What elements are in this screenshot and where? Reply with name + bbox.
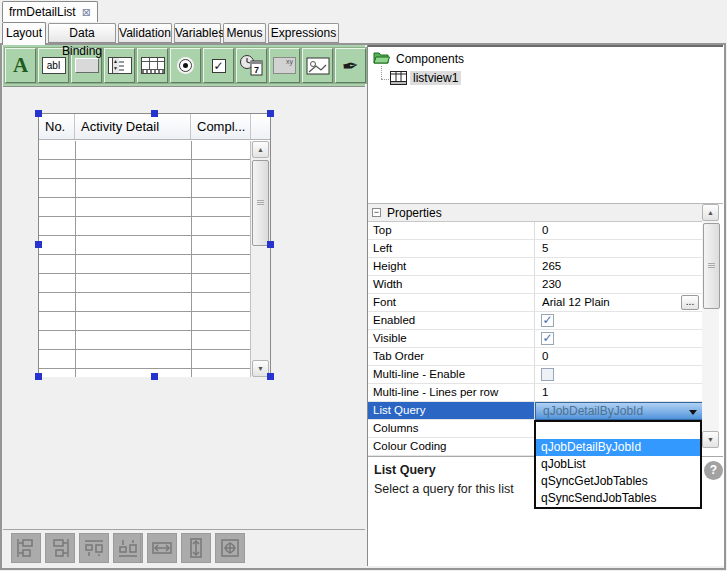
help-title: List Query (374, 463, 436, 477)
dropdown-item-qsyncsendjobtables[interactable]: qSyncSendJobTables (536, 490, 700, 507)
combobox-icon: ▲▼ (108, 57, 132, 74)
panel-icon: xy (273, 57, 296, 74)
tab-layout[interactable]: Layout (2, 22, 46, 45)
canvas-listview-control[interactable]: No. Activity Detail Compl... ▲ ▼ (38, 113, 271, 377)
document-tab[interactable]: frmDetailList ⊠ (2, 1, 98, 22)
tab-validation[interactable]: Validation (118, 23, 172, 43)
checkbox-tool-button[interactable]: ✓ (203, 48, 234, 83)
tree-connector (381, 66, 382, 79)
help-icon[interactable]: ? (704, 461, 723, 480)
datetime-icon: 7 (239, 54, 265, 78)
same-height-button[interactable] (181, 533, 211, 563)
resize-handle-n[interactable] (151, 110, 158, 117)
help-description: Select a query for this list (374, 482, 514, 496)
tree-connector (381, 79, 389, 80)
resize-handle-ne[interactable] (267, 110, 274, 117)
same-size-icon (219, 537, 241, 559)
signature-pen-icon: ✒ (341, 52, 361, 78)
close-tab-icon[interactable]: ⊠ (82, 6, 91, 19)
signature-tool-button[interactable]: ✒ (335, 48, 366, 83)
scroll-up-button[interactable]: ▲ (252, 141, 269, 158)
same-width-button[interactable] (147, 533, 177, 563)
property-row-font[interactable]: Font Arial 12 Plain ... (368, 294, 702, 312)
tab-data-binding[interactable]: Data Binding (48, 23, 116, 43)
resize-handle-w[interactable] (35, 241, 42, 248)
resize-handle-nw[interactable] (35, 110, 42, 117)
form-designer-window: frmDetailList ⊠ Layout Data Binding Vali… (0, 0, 727, 571)
scroll-thumb[interactable] (252, 160, 269, 246)
datetime-tool-button[interactable]: 7 (236, 48, 267, 83)
combobox-tool-button[interactable]: ▲▼ (104, 48, 135, 83)
align-left-button[interactable] (11, 533, 41, 563)
property-row-height[interactable]: Height 265 (368, 258, 702, 276)
resize-handle-e[interactable] (267, 241, 274, 248)
grid-line (191, 141, 192, 377)
document-tab-title: frmDetailList (9, 5, 78, 19)
listview-tree-icon (390, 71, 407, 85)
property-row-visible[interactable]: Visible ✓ (368, 330, 702, 348)
listview-empty-rows (39, 141, 250, 377)
property-row-enabled[interactable]: Enabled ✓ (368, 312, 702, 330)
tab-menus[interactable]: Menus (223, 23, 266, 43)
alignment-toolbar (3, 529, 365, 565)
same-size-button[interactable] (215, 533, 245, 563)
property-row-tab-order[interactable]: Tab Order 0 (368, 348, 702, 366)
checkbox-icon: ✓ (212, 59, 226, 73)
property-row-multiline-enable[interactable]: Multi-line - Enable (368, 366, 702, 384)
dropdown-item-qsyncgetjobtables[interactable]: qSyncGetJobTables (536, 473, 700, 490)
scroll-thumb[interactable] (703, 223, 720, 309)
dropdown-item-qjoblist[interactable]: qJobList (536, 456, 700, 473)
list-query-dropdown: qJobDetailByJobId qJobList qSyncGetJobTa… (534, 420, 702, 509)
properties-title: Properties (387, 206, 442, 220)
align-right-icon (49, 537, 71, 559)
image-icon (306, 57, 330, 75)
component-palette-toolbar: A abl ▲▼ ✓ (3, 45, 365, 87)
listview-scrollbar[interactable]: ▲ ▼ (250, 141, 270, 377)
align-top-icon (83, 537, 105, 559)
resize-handle-sw[interactable] (35, 373, 42, 380)
property-row-list-query[interactable]: List Query qJobDetailByJobId (368, 402, 702, 420)
scroll-up-button[interactable]: ▲ (702, 204, 719, 221)
align-bottom-button[interactable] (113, 533, 143, 563)
column-header-no[interactable]: No. (39, 114, 75, 139)
property-row-top[interactable]: Top 0 (368, 222, 702, 240)
property-row-left[interactable]: Left 5 (368, 240, 702, 258)
font-picker-button[interactable]: ... (681, 295, 699, 310)
toolbar-separator (140, 534, 141, 562)
label-tool-button[interactable]: A (5, 48, 36, 83)
align-top-button[interactable] (79, 533, 109, 563)
panel-divider (368, 45, 723, 47)
resize-handle-se[interactable] (267, 373, 274, 380)
align-right-button[interactable] (45, 533, 75, 563)
dropdown-item-blank[interactable] (536, 422, 700, 439)
tab-variables[interactable]: Variables (174, 23, 221, 43)
tree-item-listview1[interactable]: listview1 (410, 71, 461, 85)
properties-header: − Properties (368, 204, 702, 222)
chevron-down-icon (689, 410, 697, 415)
radio-tool-button[interactable] (170, 48, 201, 83)
tab-expressions[interactable]: Expressions (268, 23, 339, 43)
image-tool-button[interactable] (302, 48, 333, 83)
list-query-combobox[interactable]: qJobDetailByJobId (535, 402, 703, 420)
components-tree-root[interactable]: Components (396, 52, 464, 66)
multiline-checkbox-unchecked[interactable] (541, 368, 554, 381)
scroll-down-button[interactable]: ▼ (702, 431, 719, 448)
collapse-icon[interactable]: − (372, 208, 381, 217)
button-icon (75, 58, 99, 73)
property-row-multiline-lines[interactable]: Multi-line - Lines per row 1 (368, 384, 702, 402)
column-header-filler (251, 114, 270, 139)
resize-handle-s[interactable] (151, 373, 158, 380)
grid-line (75, 141, 76, 377)
visible-checkbox-checked[interactable]: ✓ (541, 332, 554, 345)
column-header-activity[interactable]: Activity Detail (75, 114, 191, 139)
properties-scrollbar[interactable]: ▲ ▼ (702, 204, 719, 448)
column-header-compl[interactable]: Compl... (191, 114, 251, 139)
same-height-icon (185, 537, 207, 559)
panel-tool-button[interactable]: xy (269, 48, 300, 83)
dropdown-item-qjobdetailbyjobid[interactable]: qJobDetailByJobId (536, 439, 700, 456)
listview-icon (141, 57, 165, 74)
property-row-width[interactable]: Width 230 (368, 276, 702, 294)
listview-tool-button[interactable] (137, 48, 168, 83)
enabled-checkbox-checked[interactable]: ✓ (541, 314, 554, 327)
align-bottom-icon (117, 537, 139, 559)
